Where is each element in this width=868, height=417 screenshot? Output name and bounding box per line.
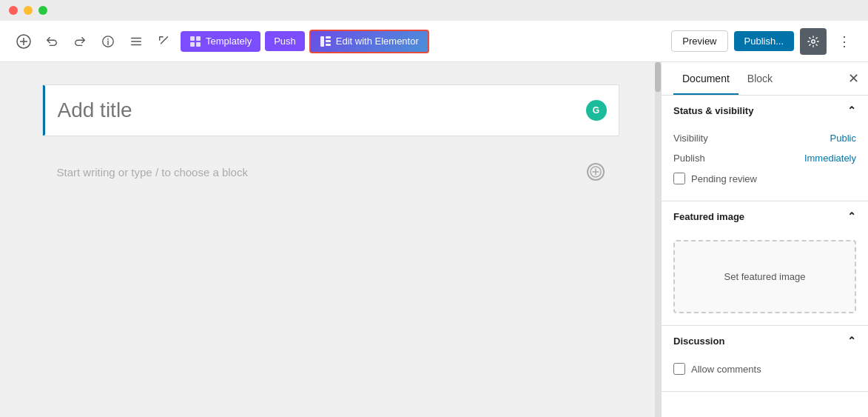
- publish-label: Publish...: [744, 36, 784, 47]
- section-featured-image-content: Set featured image: [662, 231, 868, 325]
- preview-button[interactable]: Preview: [671, 30, 727, 52]
- pending-review-row: Pending review: [673, 168, 856, 189]
- allow-comments-label[interactable]: Allow comments: [691, 364, 761, 375]
- content-block: Start writing or type / to choose a bloc…: [42, 148, 619, 196]
- svg-rect-13: [320, 36, 324, 47]
- svg-rect-11: [190, 42, 195, 47]
- content-placeholder: Start writing or type / to choose a bloc…: [57, 166, 248, 179]
- section-discussion: Discussion Allow comments: [662, 326, 868, 392]
- section-discussion-header[interactable]: Discussion: [662, 326, 868, 356]
- visibility-value[interactable]: Public: [830, 133, 856, 144]
- svg-rect-9: [190, 36, 195, 41]
- collapse-featured-image-icon: [847, 210, 856, 222]
- section-discussion-content: Allow comments: [662, 356, 868, 391]
- allow-comments-row: Allow comments: [673, 358, 856, 379]
- collapse-status-icon: [847, 104, 856, 116]
- publish-value[interactable]: Immediately: [804, 153, 856, 164]
- svg-rect-12: [196, 42, 201, 47]
- sidebar: Document Block ✕ Status & visibility Vis…: [661, 62, 868, 417]
- block-indicator: [43, 85, 45, 136]
- main-layout: G Start writing or type / to choose a bl…: [0, 62, 868, 417]
- traffic-light-red[interactable]: [9, 6, 18, 15]
- traffic-light-green[interactable]: [38, 6, 47, 15]
- set-featured-image-button[interactable]: Set featured image: [673, 240, 856, 313]
- title-bar: [0, 0, 868, 21]
- more-icon: ⋮: [838, 33, 851, 50]
- svg-point-17: [812, 39, 815, 43]
- pending-review-label[interactable]: Pending review: [691, 173, 757, 184]
- tab-document[interactable]: Document: [673, 62, 739, 95]
- redo-button[interactable]: [68, 30, 92, 53]
- publish-row: Publish Immediately: [673, 148, 856, 168]
- templately-label: Templately: [206, 36, 252, 47]
- collapse-discussion-icon: [847, 335, 856, 347]
- scrollbar-thumb[interactable]: [655, 62, 661, 92]
- info-button[interactable]: [96, 30, 120, 53]
- allow-comments-checkbox[interactable]: [673, 363, 685, 375]
- add-block-button[interactable]: [12, 30, 36, 53]
- svg-rect-15: [326, 40, 331, 42]
- pending-review-checkbox[interactable]: [673, 173, 685, 184]
- list-view-button[interactable]: [124, 30, 148, 53]
- svg-rect-16: [326, 44, 331, 46]
- sidebar-header: Document Block ✕: [662, 62, 868, 96]
- preview-label: Preview: [682, 36, 716, 47]
- avatar: G: [586, 100, 607, 121]
- toolbar-left: Templately Push Edit with Elementor: [12, 30, 665, 53]
- title-block[interactable]: G: [42, 84, 619, 136]
- toolbar: Templately Push Edit with Elementor Prev…: [0, 21, 868, 62]
- toolbar-right: Preview Publish... ⋮: [671, 28, 856, 55]
- editor-area: G Start writing or type / to choose a bl…: [0, 62, 661, 417]
- section-featured-image-header[interactable]: Featured image: [662, 201, 868, 231]
- sidebar-close-button[interactable]: ✕: [848, 70, 859, 87]
- elementor-label: Edit with Elementor: [336, 36, 419, 47]
- publish-button[interactable]: Publish...: [734, 31, 794, 51]
- section-status-visibility: Status & visibility Visibility Public Pu…: [662, 96, 868, 201]
- traffic-light-yellow[interactable]: [24, 6, 33, 15]
- editor-canvas: G Start writing or type / to choose a bl…: [42, 84, 619, 395]
- section-status-visibility-header[interactable]: Status & visibility: [662, 96, 868, 125]
- add-block-inline-button[interactable]: [587, 163, 605, 181]
- tab-block[interactable]: Block: [739, 62, 781, 95]
- edit-with-elementor-button[interactable]: Edit with Elementor: [309, 30, 429, 53]
- svg-point-5: [107, 38, 109, 39]
- svg-rect-10: [196, 36, 201, 41]
- visibility-label: Visibility: [673, 133, 708, 144]
- visibility-row: Visibility Public: [673, 128, 856, 148]
- section-status-visibility-content: Visibility Public Publish Immediately Pe…: [662, 125, 868, 201]
- push-button[interactable]: Push: [265, 31, 305, 51]
- push-label: Push: [274, 36, 296, 47]
- more-options-button[interactable]: ⋮: [832, 30, 856, 53]
- svg-rect-14: [326, 36, 331, 39]
- settings-button[interactable]: [800, 28, 827, 55]
- templately-button[interactable]: Templately: [181, 31, 260, 52]
- title-input[interactable]: [58, 99, 604, 122]
- tools-button[interactable]: [152, 30, 176, 53]
- scrollbar-track[interactable]: [655, 62, 661, 417]
- section-featured-image: Featured image Set featured image: [662, 201, 868, 326]
- undo-button[interactable]: [40, 30, 64, 53]
- publish-label: Publish: [673, 153, 705, 164]
